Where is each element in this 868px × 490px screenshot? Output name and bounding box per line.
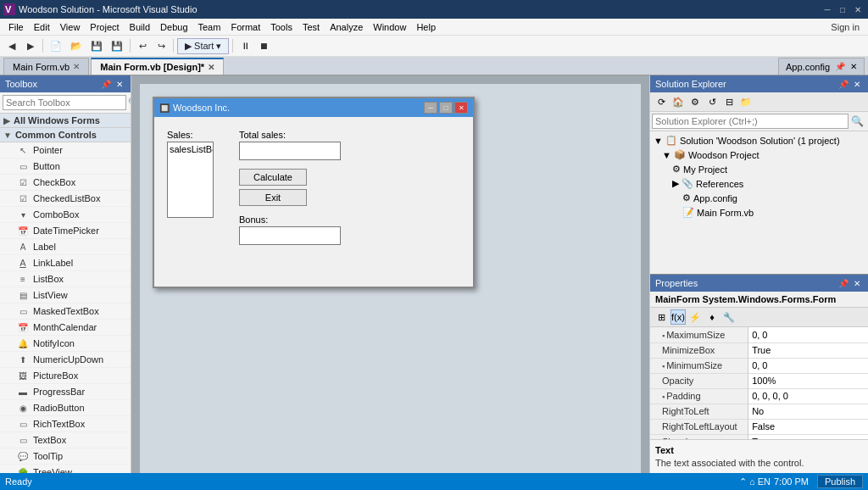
menu-help[interactable]: Help [411,20,441,34]
menu-project[interactable]: Project [85,20,124,34]
prop-val-opacity[interactable]: 100% [748,373,868,388]
toolbox-search-input[interactable] [3,95,126,110]
tree-appconfig[interactable]: ⚙ App.config [652,191,866,205]
toolbar-save-btn[interactable]: 💾 [87,37,106,54]
se-sync-btn[interactable]: ⟳ [654,94,669,109]
tree-myproject[interactable]: ⚙ My Project [652,162,866,176]
toolbox-item-radiobutton[interactable]: ◉RadioButton [0,400,131,416]
toolbox-item-picturebox[interactable]: 🖼PictureBox [0,368,131,384]
menu-edit[interactable]: Edit [29,20,55,34]
toolbox-item-listbox[interactable]: ≡ListBox [0,271,131,287]
toolbox-item-linklabel[interactable]: ALinkLabel [0,255,131,271]
toolbox-item-maskedtextbox[interactable]: ▭MaskedTextBox [0,303,131,320]
se-refresh-btn[interactable]: ↺ [704,94,720,109]
prop-val-righttoleftlayout[interactable]: False [748,419,868,434]
publish-button[interactable]: Publish [817,475,863,488]
toolbox-item-checkedlistbox[interactable]: ☑CheckedListBox [0,191,131,207]
toolbar-redo-btn[interactable]: ↪ [153,37,170,54]
tree-references[interactable]: ▶ 📎 References [652,176,866,191]
tree-solution[interactable]: ▼ 📋 Solution 'Woodson Solution' (1 proje… [652,133,866,148]
calculate-button[interactable]: Calculate [239,169,307,186]
exit-button[interactable]: Exit [239,189,307,206]
bonus-textbox[interactable] [239,226,341,245]
props-sort-btn[interactable]: f(x) [670,309,686,325]
minimize-button[interactable]: ─ [821,3,834,15]
prop-val-padding[interactable]: 0, 0, 0, 0 [748,388,868,404]
solution-explorer-close-btn[interactable]: ✕ [851,78,863,90]
toolbox-item-button[interactable]: ▭Button [0,159,131,175]
appconfig-close-icon[interactable]: ✕ [850,62,857,71]
tab-mainform-design[interactable]: Main Form.vb [Design]* ✕ [91,58,224,75]
toolbox-item-numericupdown[interactable]: ⬆NumericUpDown [0,352,131,368]
menu-debug[interactable]: Debug [155,20,192,34]
toolbox-item-datetimepicker[interactable]: 📅DateTimePicker [0,223,131,239]
props-diamond-btn[interactable]: ♦ [704,309,720,325]
tree-mainform[interactable]: 📝 Main Form.vb [652,205,866,220]
menu-file[interactable]: File [3,20,29,34]
toolbar-pause-btn[interactable]: ⏸ [236,37,253,54]
se-home-btn[interactable]: 🏠 [670,94,686,109]
toolbox-item-checkbox[interactable]: ☑CheckBox [0,175,131,191]
prop-val-righttoleft[interactable]: No [748,404,868,419]
toolbar-forward-btn[interactable]: ▶ [22,37,39,54]
toolbox-section-allwindows[interactable]: ▶ All Windows Forms [0,114,131,128]
toolbox-item-label[interactable]: ALabel [0,239,131,255]
toolbox-pin-btn[interactable]: 📌 [100,78,112,90]
toolbox-item-notifyicon[interactable]: 🔔NotifyIcon [0,336,131,352]
form-minimize-btn[interactable]: ─ [424,102,437,114]
toolbar-stop-btn[interactable]: ⏹ [255,37,272,54]
toolbox-close-btn[interactable]: ✕ [114,78,125,90]
toolbox-section-common[interactable]: ▼ Common Controls ↖Pointer ▭Button ☑Chec… [0,128,131,473]
props-grid-btn[interactable]: ⊞ [654,309,669,325]
se-show-files-btn[interactable]: 📁 [738,94,754,109]
total-sales-textbox[interactable] [239,142,341,160]
se-props-btn[interactable]: ⚙ [687,94,703,109]
toolbox-item-tooltip[interactable]: 💬ToolTip [0,448,131,465]
se-collapse-btn[interactable]: ⊟ [721,94,737,109]
tab-mainform-vb-close[interactable]: ✕ [73,62,80,71]
solution-search-icon[interactable]: 🔍 [849,115,866,127]
prop-val-maxsize[interactable]: 0, 0 [748,327,868,342]
menu-build[interactable]: Build [125,20,155,34]
properties-close-btn[interactable]: ✕ [851,277,863,289]
solution-explorer-pin-btn[interactable]: 📌 [837,78,849,90]
toolbox-item-textbox[interactable]: ▭TextBox [0,432,131,448]
menu-test[interactable]: Test [298,20,325,34]
toolbar-back-btn[interactable]: ◀ [3,37,20,54]
design-area[interactable]: 🔲 Woodson Inc. ─ □ ✕ Sales: [131,75,649,473]
prop-val-minsize[interactable]: 0, 0 [748,358,868,373]
prop-val-minimizebox[interactable]: True [748,342,868,358]
tree-project[interactable]: ▼ 📦 Woodson Project [652,148,866,162]
menu-view[interactable]: View [55,20,86,34]
solution-explorer-search-input[interactable] [652,114,849,129]
props-event-btn[interactable]: ⚡ [687,309,703,325]
toolbox-item-richtextbox[interactable]: ▭RichTextBox [0,416,131,432]
toolbox-item-treeview[interactable]: 🌳TreeView [0,465,131,473]
toolbar-saveall-btn[interactable]: 💾 [108,37,126,54]
restore-button[interactable]: □ [836,3,849,15]
tab-mainform-vb[interactable]: Main Form.vb ✕ [3,58,89,75]
toolbox-item-listview[interactable]: ▤ListView [0,287,131,303]
menu-format[interactable]: Format [225,20,265,34]
toolbar-open-btn[interactable]: 📂 [67,37,86,54]
toolbar-undo-btn[interactable]: ↩ [134,37,151,54]
toolbar-new-btn[interactable]: 📄 [47,37,65,54]
form-close-btn[interactable]: ✕ [454,102,468,114]
toolbox-section-allwindows-header[interactable]: ▶ All Windows Forms [0,114,131,128]
properties-pin-btn[interactable]: 📌 [837,277,849,289]
close-button[interactable]: ✕ [851,3,865,15]
toolbox-item-combobox[interactable]: ▾ComboBox [0,207,131,223]
toolbox-item-progressbar[interactable]: ▬ProgressBar [0,384,131,400]
menu-analyze[interactable]: Analyze [325,20,368,34]
sign-in-link[interactable]: Sign in [826,22,865,32]
props-settings-btn[interactable]: 🔧 [721,309,737,325]
menu-window[interactable]: Window [368,20,411,34]
form-restore-btn[interactable]: □ [439,102,453,114]
toolbox-item-pointer[interactable]: ↖Pointer [0,142,131,159]
toolbox-section-common-header[interactable]: ▼ Common Controls [0,128,131,142]
menu-team[interactable]: Team [193,20,226,34]
toolbox-item-monthcalendar[interactable]: 📅MonthCalendar [0,320,131,336]
run-button[interactable]: ▶ Start ▾ [177,38,229,54]
menu-tools[interactable]: Tools [265,20,298,34]
tab-appconfig[interactable]: App.config 📌 ✕ [778,58,865,75]
